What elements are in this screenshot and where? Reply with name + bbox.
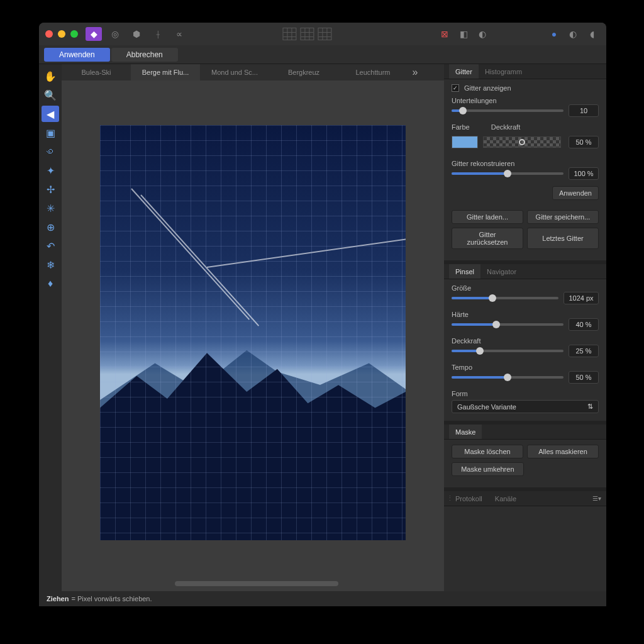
tempo-value[interactable]: 50 % bbox=[569, 371, 599, 384]
tab-4[interactable]: Leuchtturm bbox=[338, 64, 408, 80]
status-hint: = Pixel vorwärts schieben. bbox=[71, 595, 152, 602]
grid-opacity-slider[interactable] bbox=[483, 136, 561, 148]
reconstruct-apply-button[interactable]: Anwenden bbox=[552, 186, 599, 200]
titlebar-right-icons: ⊠ ◧ ◐ ● ◐ ◖ bbox=[436, 27, 600, 41]
protokoll-panel-tabs: ⋮ Protokoll Kanäle ☰▾ bbox=[444, 491, 606, 506]
horizontal-scrollbar[interactable] bbox=[175, 581, 338, 586]
grid-opacity-value[interactable]: 50 % bbox=[569, 136, 599, 148]
tempo-slider[interactable] bbox=[452, 376, 564, 379]
hand-tool-icon[interactable]: ✋ bbox=[42, 68, 59, 84]
panel-menu-icon[interactable]: ☰▾ bbox=[592, 495, 606, 502]
window-controls bbox=[45, 30, 78, 38]
punch-tool-icon[interactable]: ✢ bbox=[42, 181, 59, 197]
main-body: ✋ 🔍 ◀ ▣ ꩜ ✦ ✢ ✳ ⊕ ↶ ❄ ♦ Bulea-Ski Berge … bbox=[39, 64, 606, 591]
maximize-icon[interactable] bbox=[70, 30, 78, 38]
size-slider[interactable] bbox=[452, 297, 558, 299]
opacity-label: Deckkraft bbox=[491, 123, 520, 131]
titlebar: ◆ ◎ ⬢ ⟊ ∝ ⊠ ◧ ◐ ● ◐ ◖ bbox=[39, 23, 606, 45]
mask-invert-button[interactable]: Maske umkehren bbox=[452, 462, 524, 476]
tool-column: ✋ 🔍 ◀ ▣ ꩜ ✦ ✢ ✳ ⊕ ↶ ❄ ♦ bbox=[39, 64, 62, 591]
minimize-icon[interactable] bbox=[58, 30, 65, 38]
canvas-area[interactable] bbox=[62, 80, 444, 591]
document-tabs: Bulea-Ski Berge mit Flu... Mond und Sc..… bbox=[62, 64, 444, 80]
grid-color-swatch[interactable] bbox=[452, 136, 478, 148]
halfmoon-icon[interactable]: ◖ bbox=[584, 27, 600, 41]
undo-tool-icon[interactable]: ↶ bbox=[42, 238, 59, 254]
cube-icon[interactable]: ⬢ bbox=[128, 27, 145, 41]
tab-navigator[interactable]: Navigator bbox=[480, 264, 523, 279]
reconstruct-value[interactable]: 100 % bbox=[569, 167, 599, 180]
mesh-warp-tool-icon[interactable]: ◀ bbox=[42, 106, 59, 122]
freeze-tool-icon[interactable]: ❄ bbox=[42, 257, 59, 273]
panel-handle-icon[interactable]: ⋮ bbox=[444, 267, 449, 275]
mask-circle-icon[interactable]: ◐ bbox=[474, 27, 491, 41]
split-icon[interactable]: ◐ bbox=[565, 27, 581, 41]
show-grid-checkbox[interactable]: ✓ bbox=[452, 84, 459, 92]
show-grid-label: Gitter anzeigen bbox=[464, 84, 511, 92]
tab-1[interactable]: Berge mit Flu... bbox=[131, 64, 200, 80]
maske-panel-tabs: ⋮ Maske bbox=[444, 425, 606, 440]
maske-panel: Maske löschen Alles maskieren Maske umke… bbox=[444, 440, 606, 487]
grid-load-button[interactable]: Gitter laden... bbox=[452, 210, 523, 224]
action-bar: Anwenden Abbrechen bbox=[39, 45, 606, 64]
perspective-tool-icon[interactable]: ▣ bbox=[42, 125, 59, 141]
size-value[interactable]: 1024 px bbox=[564, 292, 599, 304]
clear-icon[interactable]: ⊠ bbox=[436, 27, 453, 41]
status-verb: Ziehen bbox=[47, 595, 69, 602]
brush-opacity-value[interactable]: 25 % bbox=[569, 345, 599, 357]
swirl-tool-icon[interactable]: ꩜ bbox=[42, 143, 59, 160]
tab-kanaele[interactable]: Kanäle bbox=[489, 491, 523, 506]
grid-x-icon[interactable] bbox=[281, 27, 297, 41]
center-pane: Bulea-Ski Berge mit Flu... Mond und Sc..… bbox=[62, 64, 444, 591]
panel-handle-icon[interactable]: ⋮ bbox=[444, 494, 449, 502]
tab-3[interactable]: Bergkreuz bbox=[269, 64, 338, 80]
mask-delete-button[interactable]: Maske löschen bbox=[452, 445, 523, 458]
sphere-icon[interactable]: ● bbox=[546, 27, 562, 41]
persona-icon[interactable]: ◆ bbox=[86, 27, 102, 41]
pinsel-panel: Größe 1024 px Härte 40 % Deckkraft 25 % … bbox=[444, 279, 606, 421]
tab-2[interactable]: Mond und Sc... bbox=[200, 64, 269, 80]
tab-protokoll[interactable]: Protokoll bbox=[449, 491, 489, 506]
app-window: ◆ ◎ ⬢ ⟊ ∝ ⊠ ◧ ◐ ● ◐ ◖ Anwenden A bbox=[39, 23, 606, 606]
panel-handle-icon[interactable]: ⋮ bbox=[444, 67, 449, 75]
tab-maske[interactable]: Maske bbox=[449, 425, 482, 439]
grid-reset-button[interactable]: Gitter zurücksetzen bbox=[452, 228, 523, 249]
apply-button[interactable]: Anwenden bbox=[44, 48, 110, 62]
mask-all-button[interactable]: Alles maskieren bbox=[527, 445, 599, 458]
titlebar-left-icons: ◆ ◎ ⬢ ⟊ ∝ bbox=[86, 27, 187, 41]
grid-plus-icon[interactable] bbox=[299, 27, 315, 41]
mirror-icon[interactable]: ⟊ bbox=[150, 27, 166, 41]
thaw-tool-icon[interactable]: ♦ bbox=[42, 275, 59, 292]
status-bar: Ziehen = Pixel vorwärts schieben. bbox=[39, 591, 606, 606]
gitter-panel-tabs: ⋮ Gitter Histogramm bbox=[444, 64, 606, 79]
tab-histogramm[interactable]: Histogramm bbox=[479, 64, 528, 79]
reconstruct-slider[interactable] bbox=[452, 172, 564, 175]
cancel-button[interactable]: Abbrechen bbox=[111, 48, 178, 62]
grid-down-icon[interactable] bbox=[316, 27, 333, 41]
tab-gitter[interactable]: Gitter bbox=[449, 64, 479, 79]
pinch-tool-icon[interactable]: ✦ bbox=[42, 162, 59, 179]
tab-pinsel[interactable]: Pinsel bbox=[449, 264, 480, 279]
grid-save-button[interactable]: Gitter speichern... bbox=[527, 210, 599, 224]
sphere-tool-icon[interactable]: ⊕ bbox=[42, 219, 59, 235]
mesh-grid-overlay[interactable] bbox=[100, 125, 406, 540]
tabs-overflow-icon[interactable]: » bbox=[408, 67, 423, 78]
hardness-slider[interactable] bbox=[452, 323, 564, 326]
turbulence-tool-icon[interactable]: ✳ bbox=[42, 200, 59, 216]
hardness-label: Härte bbox=[452, 311, 599, 318]
zoom-tool-icon[interactable]: 🔍 bbox=[42, 87, 59, 103]
subdivisions-slider[interactable] bbox=[452, 109, 564, 112]
panel-handle-icon[interactable]: ⋮ bbox=[444, 428, 449, 436]
share-icon[interactable]: ∝ bbox=[171, 27, 187, 41]
close-icon[interactable] bbox=[45, 30, 53, 38]
mask-square-icon[interactable]: ◧ bbox=[455, 27, 472, 41]
subdivisions-value[interactable]: 10 bbox=[569, 104, 599, 117]
brush-opacity-label: Deckkraft bbox=[452, 337, 599, 345]
grid-last-button[interactable]: Letztes Gitter bbox=[527, 228, 599, 249]
form-select[interactable]: Gaußsche Variante⇅ bbox=[452, 400, 599, 413]
hardness-value[interactable]: 40 % bbox=[569, 318, 599, 331]
tab-0[interactable]: Bulea-Ski bbox=[62, 64, 131, 80]
color-label: Farbe bbox=[452, 123, 470, 131]
brush-opacity-slider[interactable] bbox=[452, 350, 564, 352]
aperture-icon[interactable]: ◎ bbox=[107, 27, 123, 41]
